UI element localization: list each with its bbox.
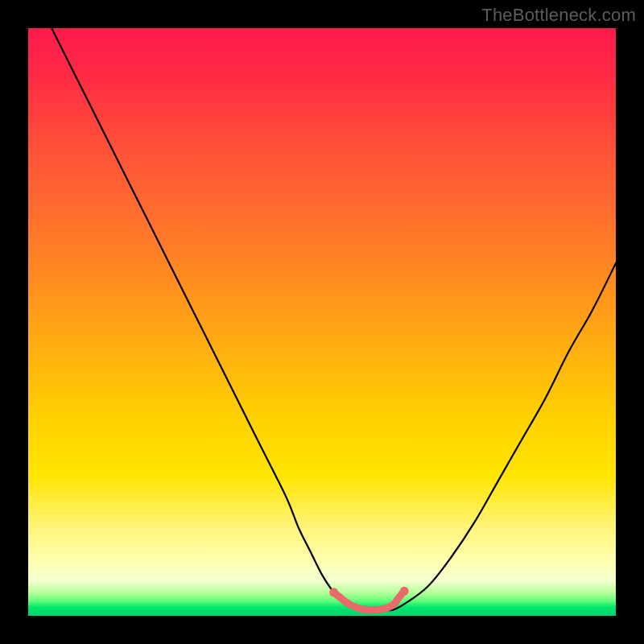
- series-bottleneck-curve: [52, 28, 616, 610]
- series-optimal-zone: [329, 587, 409, 610]
- bottleneck-curve-path: [52, 28, 616, 610]
- optimal-zone-left-dot: [329, 588, 338, 597]
- chart-svg: [28, 28, 616, 616]
- chart-frame: TheBottleneck.com: [0, 0, 644, 644]
- optimal-zone-right-dot: [400, 587, 409, 596]
- plot-area: [28, 28, 616, 616]
- watermark-text: TheBottleneck.com: [481, 5, 636, 26]
- optimal-zone-path: [334, 591, 405, 609]
